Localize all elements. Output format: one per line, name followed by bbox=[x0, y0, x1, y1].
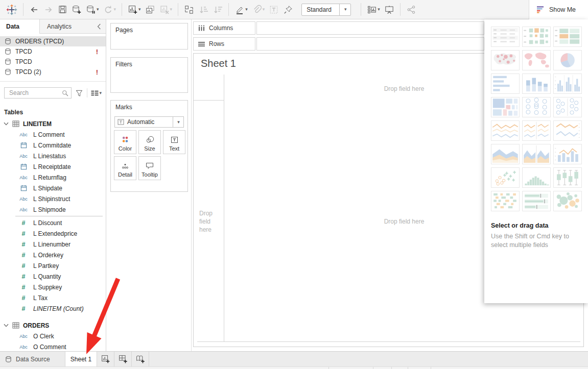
sort-ascending-button[interactable] bbox=[196, 2, 210, 17]
show-me-symbol-map-thumbnail[interactable] bbox=[491, 50, 520, 70]
show-me-lines-continuous-thumbnail[interactable] bbox=[491, 120, 520, 141]
chevron-down-icon[interactable]: ▾ bbox=[339, 4, 350, 15]
show-me-side-by-side-bars-thumbnail[interactable] bbox=[553, 73, 582, 94]
field-item[interactable]: AbcO Clerk bbox=[0, 331, 106, 341]
mark-type-dropdown[interactable]: Automatic ▾ bbox=[114, 116, 184, 128]
field-item[interactable]: #L Orderkey bbox=[0, 250, 106, 260]
field-item[interactable]: AbcL Linestatus bbox=[0, 151, 106, 161]
marks-size-button[interactable]: Size bbox=[138, 130, 161, 154]
new-dashboard-button[interactable] bbox=[114, 352, 132, 366]
show-me-line-chart-thumbnail[interactable] bbox=[553, 120, 582, 141]
field-item[interactable]: #L Tax bbox=[0, 292, 106, 303]
highlight-button[interactable]: ▾ bbox=[232, 2, 250, 17]
datasource-item[interactable]: TPCD! bbox=[0, 46, 106, 57]
datasource-item[interactable]: ORDERS (TPCD) bbox=[0, 36, 106, 46]
share-button[interactable] bbox=[404, 2, 418, 17]
field-item[interactable]: #L Partkey bbox=[0, 260, 106, 271]
tab-sheet[interactable]: Sheet 1 bbox=[65, 352, 97, 366]
show-me-area-continuous-thumbnail[interactable] bbox=[491, 144, 520, 164]
chevron-down-icon[interactable]: ▾ bbox=[99, 91, 102, 95]
fit-dropdown[interactable]: Standard ▾ bbox=[301, 4, 351, 16]
presentation-mode-button[interactable] bbox=[382, 2, 396, 17]
tableau-logo-icon[interactable] bbox=[4, 2, 19, 17]
field-item[interactable]: #LINEITEM (Count) bbox=[0, 303, 106, 314]
redo-button[interactable] bbox=[41, 2, 56, 17]
chevron-down-icon[interactable]: ▾ bbox=[245, 7, 248, 12]
chevron-down-icon[interactable] bbox=[4, 122, 9, 126]
chevron-down-icon[interactable] bbox=[4, 324, 9, 327]
collapse-pane-button[interactable] bbox=[92, 19, 106, 34]
tab-analytics[interactable]: Analytics bbox=[40, 19, 92, 34]
search-box[interactable] bbox=[4, 87, 72, 99]
table-group-header[interactable]: ORDERS bbox=[0, 320, 106, 331]
columns-shelf-droparea[interactable] bbox=[256, 21, 484, 35]
view-options-button[interactable]: ▾ bbox=[90, 85, 103, 101]
show-mark-labels-button[interactable] bbox=[267, 2, 281, 17]
show-me-button[interactable]: Show Me bbox=[529, 0, 588, 19]
show-me-highlight-table-thumbnail[interactable] bbox=[553, 27, 582, 47]
show-me-horizontal-bars-thumbnail[interactable] bbox=[491, 73, 520, 94]
new-story-button[interactable] bbox=[132, 352, 149, 366]
field-item[interactable]: #L Discount bbox=[0, 217, 106, 228]
show-me-heat-map-thumbnail[interactable] bbox=[522, 27, 551, 47]
field-item[interactable]: #L Extendedprice bbox=[0, 228, 106, 239]
field-item[interactable]: #L Suppkey bbox=[0, 282, 106, 292]
pages-shelf[interactable]: Pages bbox=[110, 23, 188, 50]
rows-shelf[interactable]: Rows bbox=[193, 37, 484, 51]
field-item[interactable]: L Receiptdate bbox=[0, 161, 106, 172]
show-me-packed-bubbles-thumbnail[interactable] bbox=[553, 191, 582, 211]
run-update-button[interactable]: ▾ bbox=[101, 2, 119, 17]
show-me-side-by-side-circles-thumbnail[interactable] bbox=[553, 97, 582, 117]
rows-shelf-droparea[interactable] bbox=[256, 37, 484, 51]
columns-shelf[interactable]: Columns bbox=[193, 21, 484, 35]
show-me-stacked-bars-thumbnail[interactable] bbox=[522, 73, 551, 94]
field-item[interactable]: AbcO Comment bbox=[0, 341, 106, 351]
show-me-circle-views-thumbnail[interactable] bbox=[522, 97, 551, 117]
field-item[interactable]: L Commitdate bbox=[0, 140, 106, 151]
clear-sheet-button[interactable]: ▾ bbox=[157, 2, 175, 17]
sort-descending-button[interactable] bbox=[210, 2, 225, 17]
pause-auto-updates-button[interactable]: ▾ bbox=[84, 2, 101, 17]
drop-zone-rows[interactable]: Drop field here bbox=[199, 209, 219, 234]
new-worksheet-tab-button[interactable] bbox=[97, 352, 114, 366]
table-group-header[interactable]: LINEITEM bbox=[0, 118, 106, 129]
field-item[interactable]: #L Linenumber bbox=[0, 239, 106, 250]
show-me-pie-chart-thumbnail[interactable] bbox=[553, 50, 582, 70]
show-me-dual-combination-thumbnail[interactable] bbox=[553, 144, 582, 164]
chevron-down-icon[interactable]: ▾ bbox=[378, 7, 380, 12]
undo-button[interactable] bbox=[27, 2, 41, 17]
group-members-button[interactable]: ▾ bbox=[250, 2, 267, 17]
new-data-source-button[interactable] bbox=[69, 2, 84, 17]
show-me-text-table-thumbnail[interactable] bbox=[491, 27, 520, 47]
chevron-down-icon[interactable]: ▾ bbox=[97, 7, 99, 12]
datasource-item[interactable]: TPCD (2)! bbox=[0, 67, 106, 77]
show-me-bullet-graph-thumbnail[interactable] bbox=[522, 191, 551, 211]
filter-fields-button[interactable] bbox=[74, 85, 84, 101]
field-item[interactable]: AbcL Shipmode bbox=[0, 204, 106, 215]
swap-rows-columns-button[interactable] bbox=[182, 2, 196, 17]
duplicate-button[interactable] bbox=[143, 2, 157, 17]
show-hide-cards-button[interactable]: ▾ bbox=[365, 2, 382, 17]
show-me-scatter-plot-thumbnail[interactable] bbox=[491, 167, 520, 188]
save-button[interactable] bbox=[56, 2, 69, 17]
show-me-filled-map-thumbnail[interactable] bbox=[522, 50, 551, 70]
marks-text-button[interactable]: Text bbox=[163, 130, 185, 154]
field-item[interactable]: AbcL Shipinstruct bbox=[0, 193, 106, 204]
field-item[interactable]: L Shipdate bbox=[0, 183, 106, 193]
fix-axes-button[interactable] bbox=[281, 2, 295, 17]
show-me-lines-discrete-thumbnail[interactable] bbox=[522, 120, 551, 141]
new-worksheet-button[interactable]: ▾ bbox=[126, 2, 143, 17]
tab-data-source[interactable]: Data Source bbox=[0, 352, 65, 366]
marks-detail-button[interactable]: Detail bbox=[114, 156, 136, 180]
show-me-area-discrete-thumbnail[interactable] bbox=[522, 144, 551, 164]
field-item[interactable]: AbcL Returnflag bbox=[0, 172, 106, 183]
show-me-gantt-thumbnail[interactable] bbox=[491, 191, 520, 211]
chevron-down-icon[interactable]: ▾ bbox=[173, 117, 183, 127]
show-me-treemap-thumbnail[interactable] bbox=[491, 97, 520, 117]
filters-shelf[interactable]: Filters bbox=[110, 57, 188, 93]
search-input[interactable] bbox=[8, 89, 62, 97]
marks-tooltip-button[interactable]: Tooltip bbox=[138, 156, 161, 180]
field-item[interactable]: AbcL Comment bbox=[0, 129, 106, 140]
tab-data[interactable]: Data bbox=[0, 19, 40, 34]
chevron-down-icon[interactable]: ▾ bbox=[138, 7, 141, 12]
